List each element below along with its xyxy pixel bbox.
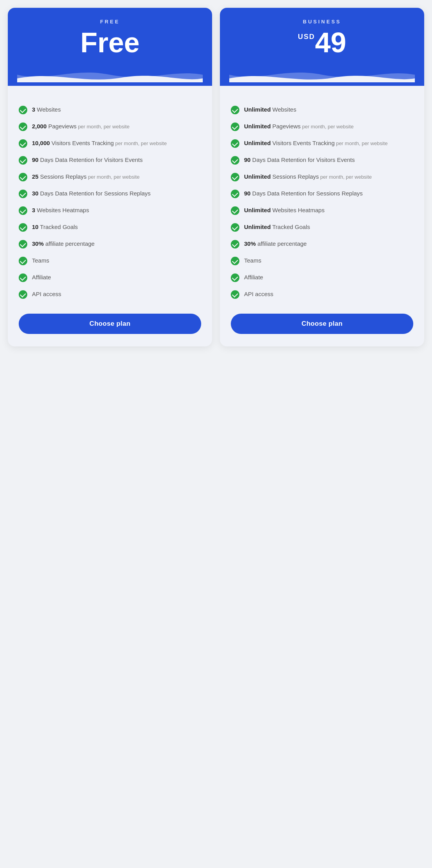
- check-icon: [231, 290, 239, 299]
- check-icon: [231, 206, 239, 215]
- feature-text: Unlimited Pageviews per month, per websi…: [244, 122, 354, 131]
- features-list-business: Unlimited WebsitesUnlimited Pageviews pe…: [231, 101, 413, 303]
- feature-text: 2,000 Pageviews per month, per website: [32, 122, 129, 131]
- check-icon: [19, 206, 27, 215]
- feature-text: Unlimited Tracked Goals: [244, 223, 310, 232]
- check-icon: [19, 190, 27, 198]
- feature-text: 3 Websites: [32, 105, 61, 114]
- list-item: API access: [231, 286, 413, 303]
- feature-text: API access: [32, 290, 61, 299]
- list-item: Unlimited Pageviews per month, per websi…: [231, 118, 413, 135]
- feature-text: Unlimited Visitors Events Tracking per m…: [244, 139, 388, 148]
- list-item: 3 Websites: [19, 101, 201, 118]
- feature-text: 10 Tracked Goals: [32, 223, 78, 232]
- list-item: Teams: [231, 252, 413, 269]
- feature-text: 30 Days Data Retention for Sessions Repl…: [32, 189, 150, 198]
- check-icon: [19, 106, 27, 114]
- check-icon: [19, 139, 27, 148]
- feature-text: Unlimited Websites Heatmaps: [244, 206, 324, 215]
- feature-text: API access: [244, 290, 273, 299]
- list-item: 90 Days Data Retention for Sessions Repl…: [231, 185, 413, 202]
- check-icon: [231, 156, 239, 165]
- feature-text: 90 Days Data Retention for Visitors Even…: [244, 156, 355, 165]
- feature-text: Teams: [32, 256, 49, 265]
- list-item: 90 Days Data Retention for Visitors Even…: [19, 152, 201, 169]
- feature-text: Unlimited Sessions Replays per month, pe…: [244, 172, 372, 181]
- plan-price-free: Free: [17, 28, 203, 63]
- check-icon: [231, 273, 239, 282]
- list-item: 3 Websites Heatmaps: [19, 202, 201, 219]
- list-item: Unlimited Websites: [231, 101, 413, 118]
- list-item: 30% affiliate percentage: [231, 236, 413, 252]
- list-item: Unlimited Visitors Events Tracking per m…: [231, 135, 413, 152]
- check-icon: [231, 122, 239, 131]
- feature-text: 90 Days Data Retention for Sessions Repl…: [244, 189, 363, 198]
- choose-plan-button-business[interactable]: Choose plan: [231, 314, 413, 334]
- feature-text: 30% affiliate percentage: [244, 240, 307, 249]
- feature-text: 90 Days Data Retention for Visitors Even…: [32, 156, 143, 165]
- list-item: 30 Days Data Retention for Sessions Repl…: [19, 185, 201, 202]
- list-item: 30% affiliate percentage: [19, 236, 201, 252]
- currency-label: USD: [298, 33, 315, 40]
- card-body-free: 3 Websites2,000 Pageviews per month, per…: [8, 86, 212, 314]
- list-item: 10,000 Visitors Events Tracking per mont…: [19, 135, 201, 152]
- feature-text: Unlimited Websites: [244, 105, 296, 114]
- feature-text: 25 Sessions Replays per month, per websi…: [32, 172, 140, 181]
- check-icon: [231, 173, 239, 181]
- feature-text: Teams: [244, 256, 261, 265]
- choose-plan-button-free[interactable]: Choose plan: [19, 314, 201, 334]
- check-icon: [19, 240, 27, 249]
- check-icon: [231, 223, 239, 232]
- check-icon: [231, 139, 239, 148]
- check-icon: [231, 257, 239, 265]
- wave-decoration: [17, 63, 203, 82]
- check-icon: [19, 173, 27, 181]
- check-icon: [231, 106, 239, 114]
- check-icon: [231, 240, 239, 249]
- card-header-free: FREEFree: [8, 8, 212, 86]
- card-header-business: BUSINESSUSD49: [220, 8, 424, 86]
- feature-text: 3 Websites Heatmaps: [32, 206, 89, 215]
- feature-text: Affiliate: [32, 273, 51, 282]
- feature-text: 30% affiliate percentage: [32, 240, 95, 249]
- plan-label-free: FREE: [17, 19, 203, 25]
- list-item: 10 Tracked Goals: [19, 219, 201, 236]
- list-item: API access: [19, 286, 201, 303]
- pricing-container: FREEFree 3 Websites2,000 Pageviews per m…: [8, 8, 424, 346]
- list-item: 25 Sessions Replays per month, per websi…: [19, 169, 201, 185]
- list-item: Affiliate: [19, 269, 201, 286]
- check-icon: [231, 190, 239, 198]
- list-item: Affiliate: [231, 269, 413, 286]
- card-footer-free: Choose plan: [8, 314, 212, 346]
- plan-price-business: USD49: [229, 28, 415, 63]
- check-icon: [19, 223, 27, 232]
- wave-decoration: [229, 63, 415, 82]
- check-icon: [19, 273, 27, 282]
- plan-label-business: BUSINESS: [229, 19, 415, 25]
- card-footer-business: Choose plan: [220, 314, 424, 346]
- list-item: Unlimited Tracked Goals: [231, 219, 413, 236]
- list-item: 90 Days Data Retention for Visitors Even…: [231, 152, 413, 169]
- feature-text: Affiliate: [244, 273, 263, 282]
- pricing-card-free: FREEFree 3 Websites2,000 Pageviews per m…: [8, 8, 212, 346]
- list-item: Unlimited Websites Heatmaps: [231, 202, 413, 219]
- list-item: Teams: [19, 252, 201, 269]
- check-icon: [19, 257, 27, 265]
- list-item: 2,000 Pageviews per month, per website: [19, 118, 201, 135]
- check-icon: [19, 290, 27, 299]
- pricing-card-business: BUSINESSUSD49 Unlimited WebsitesUnlimite…: [220, 8, 424, 346]
- list-item: Unlimited Sessions Replays per month, pe…: [231, 169, 413, 185]
- card-body-business: Unlimited WebsitesUnlimited Pageviews pe…: [220, 86, 424, 314]
- check-icon: [19, 156, 27, 165]
- feature-text: 10,000 Visitors Events Tracking per mont…: [32, 139, 167, 148]
- features-list-free: 3 Websites2,000 Pageviews per month, per…: [19, 101, 201, 303]
- check-icon: [19, 122, 27, 131]
